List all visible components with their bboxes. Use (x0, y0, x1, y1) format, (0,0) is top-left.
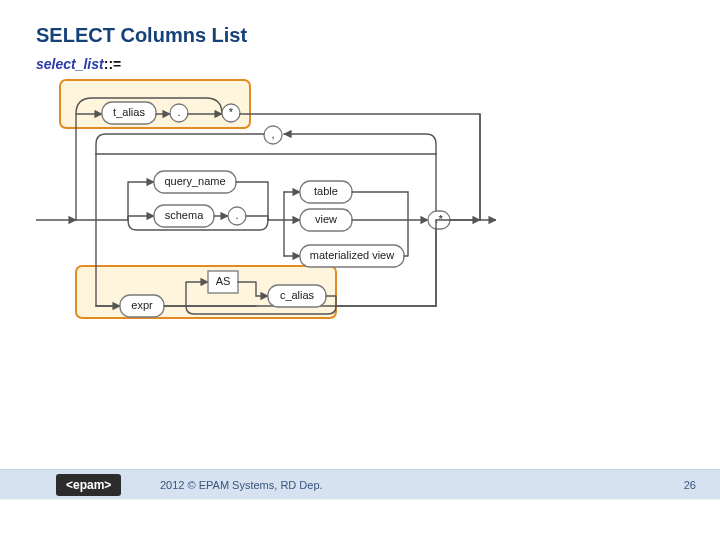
footer-bar: <epam> 2012 © EPAM Systems, RD Dep. 26 (0, 469, 720, 500)
svg-rect-0 (60, 80, 250, 128)
token-star-top: * (229, 106, 234, 118)
token-dot2: . (235, 209, 238, 221)
token-mview: materialized view (310, 249, 394, 261)
token-view: view (315, 213, 337, 225)
logo-epam: <epam> (56, 474, 121, 496)
copyright: 2012 © EPAM Systems, RD Dep. (160, 470, 323, 500)
token-c-alias: c_alias (280, 289, 315, 301)
bottom-margin (0, 499, 720, 540)
token-dot1: . (177, 106, 180, 118)
page-title: SELECT Columns List (36, 24, 247, 47)
token-schema: schema (165, 209, 204, 221)
token-as: AS (216, 275, 231, 287)
token-expr: expr (131, 299, 153, 311)
token-comma-loop: , (271, 128, 274, 140)
token-t-alias: t_alias (113, 106, 145, 118)
token-query-name: query_name (164, 175, 225, 187)
page-number: 26 (684, 470, 696, 500)
token-table: table (314, 185, 338, 197)
railroad-diagram: t_alias . * , (36, 70, 496, 330)
